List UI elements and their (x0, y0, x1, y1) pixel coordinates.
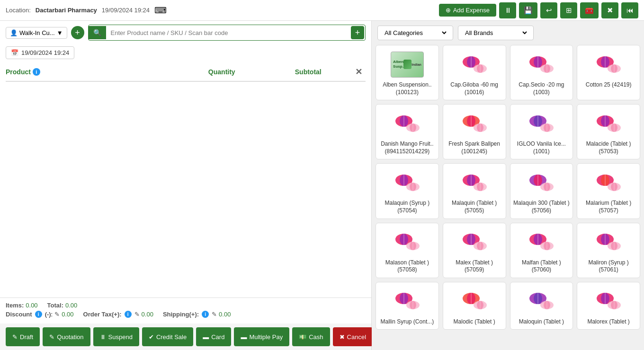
plus-icon: ⊕ (446, 7, 451, 14)
total-summary: Total: 0.00 (47, 302, 78, 309)
product-card[interactable]: Malarium (Tablet ) (57057) (577, 163, 640, 219)
product-card[interactable]: Malason (Tablet ) (57058) (376, 223, 439, 278)
shipping-info-icon[interactable]: i (202, 311, 209, 318)
quotation-button[interactable]: ✎ Quotation (43, 327, 90, 346)
delete-header-icon: ✕ (355, 67, 362, 77)
product-name: Malorex (Tablet ) (587, 318, 629, 326)
product-card[interactable]: Malorex (Tablet ) (577, 282, 640, 330)
location-name: Dactarbari Pharmacy (36, 7, 97, 14)
product-name: Mallin Syrup (Cont...) (381, 318, 434, 326)
customer-name: Walk-In Cu... (19, 29, 55, 36)
product-pill-icon (592, 170, 625, 196)
product-card[interactable]: Fresh Spark Ballpen (1001245) (443, 104, 506, 159)
right-panel: All Categories All Brands AlbenSusp. Ind… (372, 21, 644, 350)
header-datetime: 19/09/2024 19:24 (102, 7, 150, 14)
discount-edit-icon[interactable]: ✎ (54, 311, 60, 318)
product-name: Danish Mango Fruit.. (8941152014229) (379, 140, 436, 155)
product-card[interactable]: Danish Mango Fruit.. (8941152014229) (376, 104, 439, 159)
shipping-edit-icon[interactable]: ✎ (212, 311, 217, 318)
product-card[interactable]: Mallin Syrup (Cont...) (376, 282, 439, 330)
product-name: IGLOO Vanila Ice... (1001) (513, 140, 570, 155)
settings-button[interactable]: 🧰 (580, 2, 599, 18)
add-customer-button[interactable]: + (71, 26, 84, 39)
product-name: Cap.Seclo -20 mg (1003) (513, 81, 570, 96)
add-expense-button[interactable]: ⊕ Add Expense (439, 4, 496, 17)
product-name: Malodic (Tablet ) (454, 318, 495, 326)
product-pill-icon (458, 111, 491, 137)
product-card[interactable]: Maloquin (Tablet ) (510, 282, 573, 330)
items-summary: Items: 0.00 (6, 302, 38, 309)
pause-button[interactable]: ⏸ (499, 2, 516, 18)
product-pill-icon (391, 229, 424, 255)
product-pill-icon (592, 111, 625, 137)
save-button[interactable]: 💾 (519, 2, 537, 18)
draft-button[interactable]: ✎ Draft (6, 327, 40, 346)
add-product-button[interactable]: + (351, 26, 364, 39)
multiple-pay-button[interactable]: ▬ Multiple Pay (234, 327, 289, 346)
product-name: Malacide (Tablet ) (57053) (580, 140, 637, 155)
product-pill-icon (525, 52, 558, 78)
product-pill-icon (525, 170, 558, 196)
product-card[interactable]: Cotton 25 (42419) (577, 45, 640, 100)
search-button[interactable]: 🔍 (89, 26, 106, 39)
product-pill-icon (458, 170, 491, 196)
location-label: Location: (6, 7, 31, 14)
product-pill-icon (592, 288, 625, 314)
filter-bar: All Categories All Brands (372, 21, 644, 45)
calculator-button[interactable]: ⊞ (560, 2, 577, 18)
summary-row-2: Discount i (-): ✎ 0.00 Order Tax(+): i ✎… (6, 311, 366, 318)
product-card[interactable]: Maliron (Syrup ) (57061) (577, 223, 640, 278)
order-tax-info-icon[interactable]: i (125, 311, 132, 318)
product-card[interactable]: Malaquin (Tablet ) (57055) (443, 163, 506, 219)
product-pill-icon (458, 288, 491, 314)
search-input[interactable] (106, 26, 350, 39)
back-button[interactable]: ⏮ (621, 2, 638, 18)
product-name: Maloquin (Tablet ) (519, 318, 564, 326)
cancel-button[interactable]: ✖ Cancel (333, 327, 373, 346)
product-pill-icon (525, 288, 558, 314)
order-tax-summary: Order Tax(+): i ✎ 0.00 (83, 311, 153, 318)
product-pill-icon (458, 52, 491, 78)
product-pill-icon (592, 229, 625, 255)
product-card[interactable]: Malaquin 300 (Tablet ) (57056) (510, 163, 573, 219)
brands-filter[interactable]: All Brands (458, 26, 534, 40)
credit-sale-button[interactable]: ✔ Credit Sale (142, 327, 193, 346)
product-name: Cotton 25 (42419) (586, 81, 632, 89)
product-card[interactable]: Malacide (Tablet ) (57053) (577, 104, 640, 159)
brands-select[interactable]: All Brands (463, 29, 528, 37)
product-card[interactable]: Malex (Tablet ) (57059) (443, 223, 506, 278)
suspend-button[interactable]: ⏸ Suspend (93, 327, 139, 346)
table-header: Product i Quantity Subtotal ✕ (6, 63, 366, 82)
product-card[interactable]: AlbenSusp. Indian Alben Suspension.. (10… (376, 45, 439, 100)
reset-button[interactable]: ↩ (540, 2, 557, 18)
product-name: Malarium (Tablet ) (57057) (580, 200, 637, 214)
date-field[interactable]: 📅 19/09/2024 19:24 (6, 46, 74, 59)
product-name: Malex (Tablet ) (57059) (446, 259, 503, 274)
product-card[interactable]: IGLOO Vanila Ice... (1001) (510, 104, 573, 159)
categories-filter[interactable]: All Categories (377, 26, 453, 40)
product-table: Product i Quantity Subtotal ✕ (0, 63, 371, 298)
col-delete-header: ✕ (351, 67, 366, 77)
product-pill-icon (391, 170, 424, 196)
discount-info-icon[interactable]: i (35, 311, 42, 318)
customer-row: 👤 Walk-In Cu... ▼ + (6, 26, 84, 39)
close-button[interactable]: ✖ (601, 2, 618, 18)
product-pill-icon (525, 229, 558, 255)
col-quantity-header: Quantity (179, 68, 265, 76)
product-card[interactable]: Malodic (Tablet ) (443, 282, 506, 330)
product-pill-icon (525, 111, 558, 137)
discount-summary: Discount i (-): ✎ 0.00 (6, 311, 74, 318)
cash-button[interactable]: 💵 Cash (292, 327, 330, 346)
customer-select[interactable]: 👤 Walk-In Cu... ▼ (6, 27, 67, 39)
product-info-icon[interactable]: i (33, 68, 40, 76)
order-tax-edit-icon[interactable]: ✎ (134, 311, 140, 318)
cancel-icon: ✖ (340, 333, 345, 341)
categories-select[interactable]: All Categories (383, 29, 448, 37)
product-card[interactable]: Malaquin (Syrup ) (57054) (376, 163, 439, 219)
customer-icon: 👤 (10, 29, 18, 36)
product-card[interactable]: Cap.Seclo -20 mg (1003) (510, 45, 573, 100)
product-card[interactable]: Malfan (Tablet ) (57060) (510, 223, 573, 278)
quotation-icon: ✎ (49, 333, 54, 341)
product-card[interactable]: Cap.Giloba -60 mg (10016) (443, 45, 506, 100)
card-button[interactable]: ▬ Card (196, 327, 231, 346)
